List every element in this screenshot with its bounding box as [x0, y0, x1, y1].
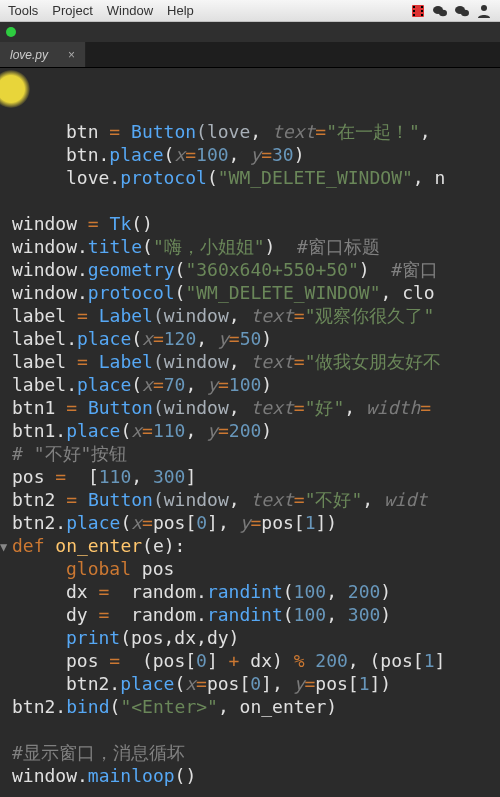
code-line: window = Tk(): [12, 212, 500, 235]
film-icon[interactable]: [410, 3, 426, 19]
tab-filename: love.py: [10, 48, 48, 62]
code-line: btn2.place(x=pos[0], y=pos[1]): [12, 672, 500, 695]
system-menubar: Tools Project Window Help: [0, 0, 500, 22]
svg-rect-2: [413, 10, 415, 12]
svg-point-11: [481, 5, 487, 11]
wechat-icon[interactable]: [432, 3, 448, 19]
run-indicator-icon[interactable]: [6, 27, 16, 37]
code-line: btn.place(x=100, y=30): [12, 143, 500, 166]
code-line: window.geometry("360x640+550+50") #窗口: [12, 258, 500, 281]
code-editor[interactable]: btn = Button(love, text="在一起！",btn.place…: [0, 68, 500, 797]
code-line: dy = random.randint(100, 300): [12, 603, 500, 626]
code-line: window.mainloop(): [12, 764, 500, 787]
code-line: dx = random.randint(100, 200): [12, 580, 500, 603]
svg-point-8: [439, 10, 447, 16]
svg-rect-5: [421, 10, 423, 12]
code-line: [12, 189, 500, 212]
code-line: btn2.place(x=pos[0], y=pos[1]): [12, 511, 500, 534]
code-line: label = Label(window, text="观察你很久了": [12, 304, 500, 327]
code-line: btn1.place(x=110, y=200): [12, 419, 500, 442]
code-line: [12, 718, 500, 741]
code-line: pos = (pos[0] + dx) % 200, (pos[1]: [12, 649, 500, 672]
wechat-icon[interactable]: [454, 3, 470, 19]
code-line: global pos: [12, 557, 500, 580]
code-line: btn2.bind("<Enter>", on_enter): [12, 695, 500, 718]
menu-tools[interactable]: Tools: [8, 3, 38, 18]
ide-toolbar: [0, 22, 500, 42]
code-line: pos = [110, 300]: [12, 465, 500, 488]
svg-rect-1: [413, 6, 415, 8]
tab-love-py[interactable]: love.py ×: [0, 42, 86, 67]
svg-rect-3: [413, 14, 415, 16]
code-line: btn2 = Button(window, text="不好", widt: [12, 488, 500, 511]
code-line: # "不好"按钮: [12, 442, 500, 465]
code-line: window.protocol("WM_DELETE_WINDOW", clo: [12, 281, 500, 304]
menu-window[interactable]: Window: [107, 3, 153, 18]
editor-tabbar: love.py ×: [0, 42, 500, 68]
code-line: label = Label(window, text="做我女朋友好不: [12, 350, 500, 373]
code-line: btn1 = Button(window, text="好", width=: [12, 396, 500, 419]
code-line: print(pos,dx,dy): [12, 626, 500, 649]
menu-help[interactable]: Help: [167, 3, 194, 18]
close-icon[interactable]: ×: [68, 48, 75, 62]
menubar-right-icons: [410, 0, 492, 22]
menu-project[interactable]: Project: [52, 3, 92, 18]
svg-point-10: [461, 10, 469, 16]
code-line: btn = Button(love, text="在一起！",: [12, 120, 500, 143]
svg-rect-4: [421, 6, 423, 8]
fold-arrow-icon[interactable]: ▼: [0, 536, 12, 559]
code-line: label.place(x=70, y=100): [12, 373, 500, 396]
cursor-highlight-icon: [0, 70, 30, 108]
code-line: label.place(x=120, y=50): [12, 327, 500, 350]
code-line: window.title("嗨，小姐姐") #窗口标题: [12, 235, 500, 258]
code-line: #显示窗口，消息循坏: [12, 741, 500, 764]
code-line: love.protocol("WM_DELETE_WINDOW", n: [12, 166, 500, 189]
svg-rect-6: [421, 14, 423, 16]
user-icon[interactable]: [476, 3, 492, 19]
code-line: ▼def on_enter(e):: [12, 534, 500, 557]
